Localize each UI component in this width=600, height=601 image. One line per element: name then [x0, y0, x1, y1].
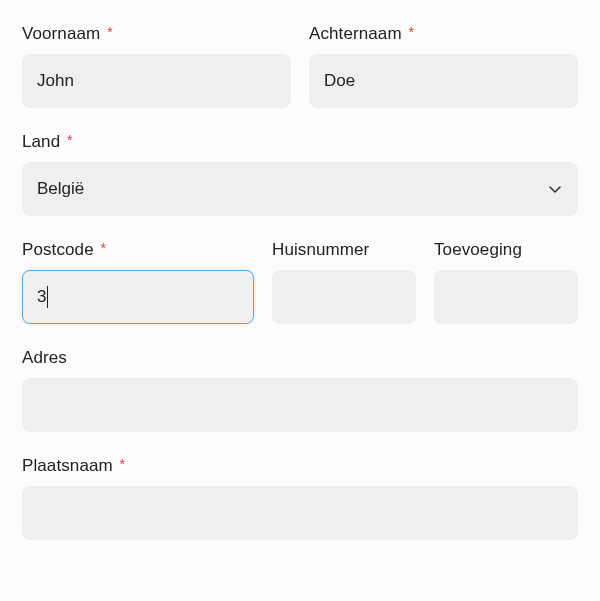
postal-row: Postcode * 3 Huisnummer Toevoeging: [22, 240, 578, 324]
postcode-value: 3: [37, 287, 46, 307]
name-row: Voornaam * Achternaam *: [22, 24, 578, 108]
required-mark: *: [409, 24, 415, 40]
postcode-label-text: Postcode: [22, 240, 94, 259]
text-caret: [47, 286, 48, 308]
house-number-label-text: Huisnummer: [272, 240, 369, 259]
addition-label-text: Toevoeging: [434, 240, 522, 259]
country-label-text: Land: [22, 132, 60, 151]
city-label: Plaatsnaam *: [22, 456, 578, 476]
addition-input-wrap[interactable]: [434, 270, 578, 324]
city-field: Plaatsnaam *: [22, 456, 578, 540]
required-mark: *: [67, 132, 73, 148]
first-name-field: Voornaam *: [22, 24, 291, 108]
required-mark: *: [107, 24, 113, 40]
country-label: Land *: [22, 132, 578, 152]
first-name-input-wrap[interactable]: [22, 54, 291, 108]
house-number-input[interactable]: [287, 287, 401, 307]
country-select[interactable]: België: [22, 162, 578, 216]
required-mark: *: [101, 240, 107, 256]
postcode-label: Postcode *: [22, 240, 254, 260]
last-name-label: Achternaam *: [309, 24, 578, 44]
postcode-input-wrap[interactable]: 3: [22, 270, 254, 324]
first-name-label-text: Voornaam: [22, 24, 100, 43]
address-label-text: Adres: [22, 348, 67, 367]
addition-field: Toevoeging: [434, 240, 578, 324]
addition-label: Toevoeging: [434, 240, 578, 260]
country-field: Land * België: [22, 132, 578, 216]
address-field: Adres: [22, 348, 578, 432]
address-label: Adres: [22, 348, 578, 368]
house-number-field: Huisnummer: [272, 240, 416, 324]
first-name-input[interactable]: [37, 71, 276, 91]
first-name-label: Voornaam *: [22, 24, 291, 44]
country-selected-value: België: [37, 179, 84, 199]
last-name-input-wrap[interactable]: [309, 54, 578, 108]
house-number-label: Huisnummer: [272, 240, 416, 260]
addition-input[interactable]: [449, 287, 563, 307]
address-input[interactable]: [37, 395, 563, 415]
last-name-input[interactable]: [324, 71, 563, 91]
last-name-field: Achternaam *: [309, 24, 578, 108]
last-name-label-text: Achternaam: [309, 24, 402, 43]
required-mark: *: [120, 456, 126, 472]
chevron-down-icon: [547, 181, 563, 197]
city-input[interactable]: [37, 503, 563, 523]
house-number-input-wrap[interactable]: [272, 270, 416, 324]
address-input-wrap[interactable]: [22, 378, 578, 432]
postcode-field: Postcode * 3: [22, 240, 254, 324]
city-input-wrap[interactable]: [22, 486, 578, 540]
city-label-text: Plaatsnaam: [22, 456, 113, 475]
address-form: Voornaam * Achternaam * Land * België: [22, 24, 578, 540]
